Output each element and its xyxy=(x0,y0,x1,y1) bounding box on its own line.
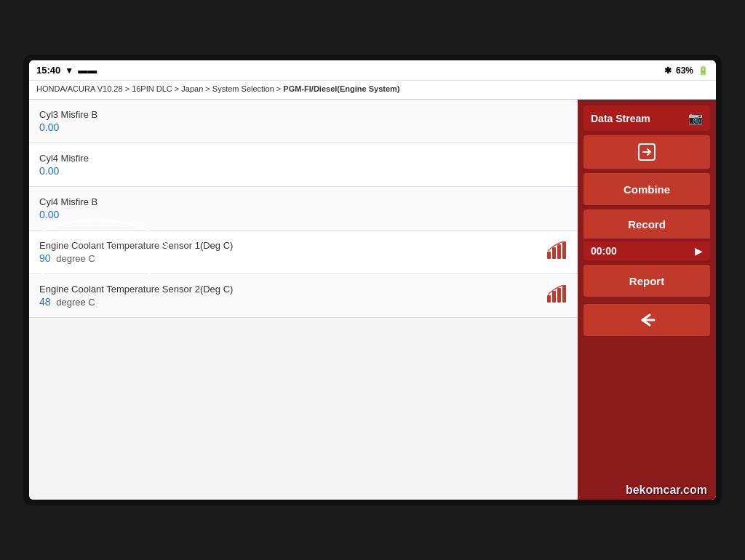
row-label: Engine Coolant Temperature Sensor 1(Deg … xyxy=(39,240,233,251)
svg-rect-4 xyxy=(547,295,551,303)
svg-rect-1 xyxy=(552,247,556,259)
watermark: bekomcar.com xyxy=(626,484,707,497)
record-timer: 00:00 ▶ xyxy=(583,241,710,260)
svg-rect-5 xyxy=(552,291,556,303)
breadcrumb: HONDA/ACURA V10.28 > 16PIN DLC > Japan >… xyxy=(29,81,716,100)
svg-rect-3 xyxy=(562,241,566,259)
svg-rect-7 xyxy=(562,285,566,303)
status-bar: 15:40 ▼ ▬▬ ✱ 63% 🔋 xyxy=(29,60,716,81)
row-value: 0.00 xyxy=(39,121,97,133)
table-row-highlighted[interactable]: Engine Coolant Temperature Sensor 1(Deg … xyxy=(29,231,578,274)
main-content: Cyl3 Misfire B 0.00 Cyl4 Misfire 0.00 Cy… xyxy=(29,100,716,500)
table-row[interactable]: Cyl3 Misfire B 0.00 xyxy=(29,100,578,143)
record-section: Record 00:00 ▶ xyxy=(583,209,710,260)
row-content: Cyl4 Misfire 0.00 xyxy=(39,153,89,177)
status-right: ✱ 63% 🔋 xyxy=(664,65,709,76)
chart-icon[interactable] xyxy=(547,241,567,263)
table-row[interactable]: Cyl4 Misfire 0.00 xyxy=(29,143,578,187)
row-unit: degree C xyxy=(54,253,95,264)
timer-display: 00:00 xyxy=(591,245,617,257)
row-label: Cyl4 Misfire xyxy=(39,153,89,164)
signal-icon: ▬▬ xyxy=(78,65,97,76)
battery-display: 63% xyxy=(676,65,693,76)
breadcrumb-highlight: PGM-FI/Diesel(Engine System) xyxy=(283,84,399,93)
record-button[interactable]: Record xyxy=(583,209,710,239)
row-value: 90 degree C xyxy=(39,252,233,264)
export-button[interactable] xyxy=(583,135,710,169)
camera-icon[interactable]: 📷 xyxy=(688,111,703,125)
row-content: Cyl4 Misfire B 0.00 xyxy=(39,196,97,220)
svg-rect-2 xyxy=(557,244,561,259)
bluetooth-icon: ✱ xyxy=(664,65,672,76)
table-row[interactable]: Cyl4 Misfire B 0.00 xyxy=(29,187,578,231)
time-display: 15:40 xyxy=(36,65,60,76)
back-button[interactable] xyxy=(583,304,710,336)
breadcrumb-path: HONDA/ACURA V10.28 > 16PIN DLC > Japan >… xyxy=(36,84,283,93)
sidebar-title: Data Stream xyxy=(591,113,650,124)
row-label: Cyl4 Misfire B xyxy=(39,196,97,207)
row-value: 0.00 xyxy=(39,165,89,177)
row-content: Cyl3 Misfire B 0.00 xyxy=(39,109,97,133)
play-icon[interactable]: ▶ xyxy=(695,245,703,257)
row-value: 48 degree C xyxy=(39,296,233,308)
battery-icon: 🔋 xyxy=(698,65,709,76)
chart-icon[interactable] xyxy=(547,285,567,307)
combine-button[interactable]: Combine xyxy=(583,173,710,205)
report-button[interactable]: Report xyxy=(583,265,710,297)
data-list: Cyl3 Misfire B 0.00 Cyl4 Misfire 0.00 Cy… xyxy=(29,100,578,500)
row-content: Engine Coolant Temperature Sensor 1(Deg … xyxy=(39,240,233,264)
sidebar-header: Data Stream 📷 xyxy=(583,105,710,131)
row-unit: degree C xyxy=(54,297,95,308)
table-row[interactable]: Engine Coolant Temperature Sensor 2(Deg … xyxy=(29,274,578,318)
row-content: Engine Coolant Temperature Sensor 2(Deg … xyxy=(39,284,233,308)
row-label: Engine Coolant Temperature Sensor 2(Deg … xyxy=(39,284,233,295)
svg-rect-0 xyxy=(547,252,551,259)
wifi-icon: ▼ xyxy=(65,65,73,76)
svg-rect-6 xyxy=(557,288,561,303)
status-left: 15:40 ▼ ▬▬ xyxy=(36,65,97,76)
row-value: 0.00 xyxy=(39,209,97,220)
sidebar: Data Stream 📷 Combine Record 00:00 xyxy=(578,100,716,500)
row-label: Cyl3 Misfire B xyxy=(39,109,97,120)
